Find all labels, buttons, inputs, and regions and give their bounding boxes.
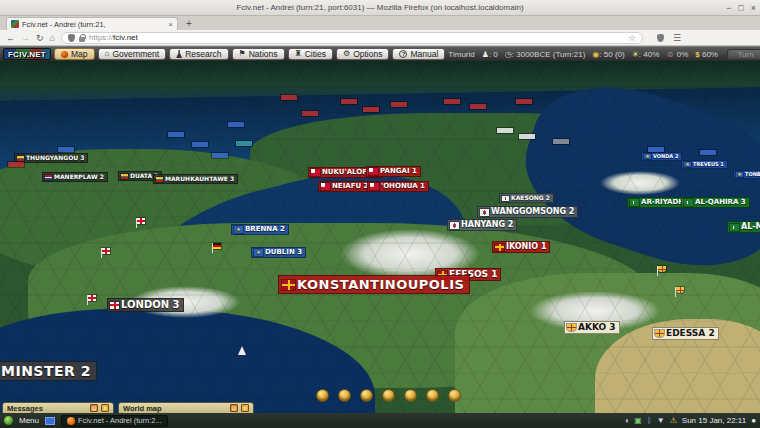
messages-expand-button[interactable]: ▤ — [90, 404, 98, 412]
world-map-panel-tab[interactable]: World map ▤ ✕ — [118, 402, 254, 413]
taskbar-clock[interactable]: Sun 15 Jan, 22:11 — [682, 416, 746, 425]
unit-action-coin-button[interactable] — [360, 389, 373, 402]
unit-flag-germany[interactable] — [213, 243, 221, 249]
tab-close-icon[interactable]: × — [168, 20, 173, 29]
new-tab-button[interactable]: + — [186, 18, 192, 29]
city-label-pangai-1[interactable]: PANGAI 1 — [366, 166, 421, 177]
browser-tab[interactable]: Fciv.net - Andrei (turn:21, × — [6, 17, 178, 30]
os-menu-icon[interactable] — [4, 416, 13, 425]
city-label-al-qahira-3[interactable]: AL-QAHIRA 3 — [681, 197, 750, 208]
unit-flag-goldshield[interactable] — [676, 287, 684, 293]
messages-panel-tab[interactable]: Messages ▤ ✕ — [2, 402, 114, 413]
messages-tab-label: Messages — [7, 404, 43, 413]
korea-flag-icon — [450, 222, 459, 229]
toolbar-button-manual[interactable]: ?Manual — [392, 48, 445, 60]
os-menu-label[interactable]: Menu — [19, 416, 39, 425]
reload-icon[interactable]: ↻ — [36, 33, 44, 43]
toolbar-button-options[interactable]: ⚙Options — [336, 48, 389, 60]
boat-unit[interactable] — [238, 346, 246, 355]
warning-icon[interactable]: ⚠ — [670, 417, 677, 425]
tonga-flag-icon — [321, 183, 330, 190]
distant-city-marker — [553, 139, 569, 144]
city-label-tonba-1[interactable]: TONBA 1 — [733, 170, 760, 179]
city-label-edessa-2[interactable]: EDESSA 2 — [652, 327, 719, 340]
volume-icon[interactable]: ◖ — [624, 417, 629, 425]
city-label-wanggomsong-2[interactable]: WANGGOMSONG 2 — [477, 206, 578, 218]
toolbar-button-nations[interactable]: ⚑Nations — [232, 48, 285, 60]
world-map-close-button[interactable]: ✕ — [241, 404, 249, 412]
england-flag-icon — [110, 302, 119, 309]
city-label-maruhkauhtawe-3[interactable]: MARUHKAUHTAWE 3 — [153, 174, 238, 184]
url-text[interactable]: https://fciv.net — [89, 33, 624, 42]
unit-action-coin-button[interactable] — [448, 389, 461, 402]
city-label-neiafu-2[interactable]: NEIAFU 2 — [318, 181, 372, 192]
luxury-icon: ☺ — [666, 50, 674, 59]
city-label-manerplaw-2[interactable]: MANERPLAW 2 — [42, 172, 108, 182]
hamburger-menu-icon[interactable]: ☰ — [673, 33, 681, 43]
city-label-vonda-2[interactable]: VONDA 2 — [641, 152, 682, 161]
back-icon[interactable]: ← — [6, 33, 15, 43]
notification-bell-icon[interactable]: ● — [751, 417, 756, 425]
unit-flag-england[interactable] — [137, 218, 145, 224]
city-label-brenna-2[interactable]: BRENNA 2 — [231, 224, 289, 235]
messages-close-button[interactable]: ✕ — [101, 404, 109, 412]
tracking-shield-icon[interactable] — [68, 34, 75, 42]
security-shield-icon[interactable]: ▣ — [634, 417, 642, 425]
bluetooth-icon[interactable]: ᛒ — [647, 417, 652, 425]
korea-flag-icon — [502, 196, 509, 201]
workspace-pager-icon[interactable] — [45, 417, 55, 425]
game-map[interactable]: THUNGYANGOU 3MANERPLAW 2DUATA 2MARUHKAUH… — [0, 61, 760, 413]
wifi-icon[interactable]: ▼ — [657, 417, 665, 425]
unit-flag-england[interactable] — [102, 248, 110, 254]
home-icon[interactable]: ⌂ — [50, 33, 55, 43]
window-titlebar: Fciv.net - Andrei (turn:21, port:6031) —… — [0, 0, 760, 16]
turn-done-button[interactable]: Turn Done — [727, 49, 760, 60]
distant-city-marker — [168, 132, 184, 137]
city-label-treveus-1[interactable]: TREVEUS 1 — [681, 160, 728, 169]
city-label-london-3[interactable]: LONDON 3 — [107, 298, 184, 312]
distant-city-marker — [444, 99, 460, 104]
distant-city-marker — [228, 122, 244, 127]
city-label-kaesong-2[interactable]: KAESONG 2 — [499, 193, 554, 203]
unit-flag-goldshield[interactable] — [658, 266, 666, 272]
toolbar-button-map[interactable]: Map — [54, 48, 95, 60]
map-globe-icon — [61, 51, 68, 58]
toolbar-button-research[interactable]: Research — [169, 48, 228, 60]
city-label-al-mad[interactable]: AL-MAD — [727, 221, 760, 233]
forward-icon[interactable]: → — [21, 33, 30, 43]
world-map-tab-label: World map — [123, 404, 162, 413]
unit-flag-england[interactable] — [88, 295, 96, 301]
city-label--ohonua-1[interactable]: 'OHONUA 1 — [367, 181, 429, 192]
city-name: EDESSA 2 — [666, 329, 715, 338]
city-label-hanyang-2[interactable]: HANYANG 2 — [447, 219, 517, 231]
maximize-icon[interactable]: □ — [738, 3, 743, 13]
city-label-thungyangou-3[interactable]: THUNGYANGOU 3 — [14, 153, 88, 163]
url-bar[interactable]: https://fciv.net ☆ — [61, 32, 643, 44]
unit-action-coin-button[interactable] — [404, 389, 417, 402]
city-label-dublin-3[interactable]: DUBLIN 3 — [251, 247, 306, 258]
bookmark-star-icon[interactable]: ☆ — [628, 33, 636, 43]
world-map-expand-button[interactable]: ▤ — [230, 404, 238, 412]
unit-action-coin-button[interactable] — [338, 389, 351, 402]
city-name: IKONIO 1 — [506, 243, 546, 251]
unit-action-coin-button[interactable] — [426, 389, 439, 402]
distant-city-marker — [302, 111, 318, 116]
toolbar-button-label: Map — [71, 49, 88, 59]
unit-action-coin-button[interactable] — [316, 389, 329, 402]
city-label-konstantinoupolis[interactable]: KONSTANTINOUPOLIS — [278, 275, 470, 294]
city-label-minster-2[interactable]: MINSTER 2 — [0, 361, 97, 381]
account-shield-icon[interactable] — [657, 34, 664, 42]
unit-action-coin-button[interactable] — [382, 389, 395, 402]
population-value: 0 — [493, 50, 497, 59]
city-label-akko-3[interactable]: AKKO 3 — [564, 321, 620, 334]
minimize-icon[interactable]: − — [726, 3, 731, 13]
city-name: PANGAI 1 — [380, 168, 417, 175]
city-name: TONBA 1 — [745, 172, 760, 177]
city-label-ikonio-1[interactable]: IKONIO 1 — [492, 241, 550, 253]
close-icon[interactable]: × — [751, 3, 756, 13]
toolbar-button-government[interactable]: ⌂Government — [98, 48, 167, 60]
toolbar-button-cities[interactable]: ♜Cities — [288, 48, 333, 60]
firefox-task-button[interactable]: Fciv.net - Andrei (turn:2... — [61, 415, 168, 427]
distant-city-marker — [470, 104, 486, 109]
karenni-flag-icon — [17, 156, 24, 161]
